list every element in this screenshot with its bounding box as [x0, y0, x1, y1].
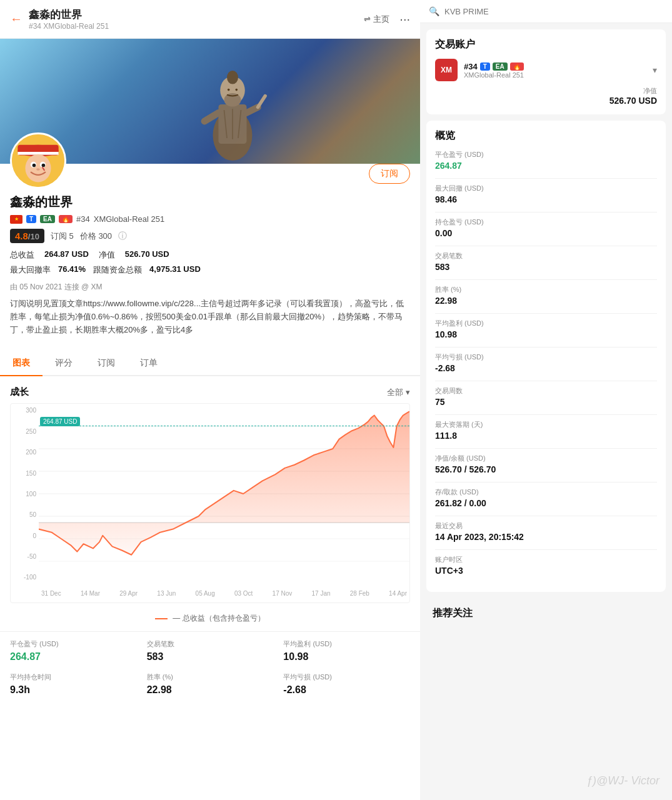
ov-last-trade-value: 14 Apr 2023, 20:15:42: [435, 532, 657, 542]
search-input[interactable]: [444, 7, 663, 16]
ov-last-trade: 最近交易 14 Apr 2023, 20:15:42: [435, 521, 657, 542]
overview-row-8: 交易周数 75: [435, 386, 657, 407]
ov-trade-count: 交易笔数 583: [435, 251, 657, 272]
chevron-down-icon: ▾: [406, 388, 410, 397]
profile-broker: XMGlobal-Real 251: [94, 214, 164, 224]
ov-avg-loss-label: 平均亏损 (USD): [435, 352, 657, 362]
price-label-value: 264.87 USD: [40, 417, 80, 426]
svg-point-4: [224, 93, 241, 107]
stat-closed-profit-value: 264.87: [10, 651, 137, 662]
x-label-29apr: 29 Apr: [119, 590, 138, 597]
ov-closed-profit-value: 264.87: [435, 161, 657, 171]
y-label-150: 150: [11, 470, 39, 477]
ov-closed-profit-label: 平仓盈亏 (USD): [435, 150, 657, 159]
account-name-row: #34 T EA 🔥: [464, 62, 646, 71]
net-value-value: 526.70 USD: [125, 249, 169, 261]
ov-trade-count-label: 交易笔数: [435, 251, 657, 261]
ov-max-drawdown-value: 98.46: [435, 194, 657, 204]
stat-avg-loss: 平均亏损 (USD) -2.68: [283, 672, 410, 696]
overview-row-10: 净值/余额 (USD) 526.70 / 526.70: [435, 454, 657, 474]
right-panel: 🔍 交易账户 XM #34 T EA 🔥 XMGlobal-Real 251 ▾…: [420, 0, 672, 800]
dashed-reference-line: [39, 426, 409, 426]
ov-trade-weeks: 交易周数 75: [435, 386, 657, 407]
ov-avg-profit-value: 10.98: [435, 329, 657, 339]
rating-box: 4.8/10: [10, 229, 44, 243]
ov-trade-weeks-label: 交易周数: [435, 386, 657, 396]
chart-svg-area: 264.87 USD: [39, 404, 409, 584]
overview-card: 概览 平仓盈亏 (USD) 264.87 最大回撤 (USD) 98.46 持仓…: [426, 121, 666, 592]
recommend-title: 推荐关注: [433, 607, 659, 620]
y-label-neg50: -50: [11, 553, 39, 560]
tab-subscribe[interactable]: 订阅: [85, 351, 128, 375]
svg-point-23: [36, 168, 40, 171]
overview-row-2: 最大回撤 (USD) 98.46: [435, 184, 657, 204]
subscribers-label: 订阅 5: [51, 231, 74, 242]
ov-win-rate-label: 胜率 (%): [435, 285, 657, 294]
ov-holding-profit: 持仓盈亏 (USD) 0.00: [435, 218, 657, 238]
stat-avg-loss-value: -2.68: [283, 684, 410, 696]
page-title: 鑫淼的世界: [29, 8, 364, 22]
profile-description: 订阅说明见置顶文章https://www.followme.vip/c/228.…: [10, 298, 410, 336]
stat-trade-count-value: 583: [147, 651, 274, 662]
ov-max-drawdown-days-value: 111.8: [435, 431, 657, 441]
stat-avg-hold-time-label: 平均持仓时间: [10, 672, 137, 682]
ov-avg-profit: 平均盈利 (USD) 10.98: [435, 319, 657, 339]
home-button[interactable]: ⇌ 主页: [364, 14, 389, 25]
price-info-icon[interactable]: ⓘ: [118, 231, 127, 242]
x-label-17nov: 17 Nov: [273, 590, 293, 597]
account-info: #34 T EA 🔥 XMGlobal-Real 251: [464, 62, 646, 79]
profile-rank: #34: [76, 214, 90, 224]
tab-rating[interactable]: 评分: [43, 351, 85, 375]
more-button[interactable]: ···: [399, 12, 410, 26]
overview-row-7: 平均亏损 (USD) -2.68: [435, 352, 657, 373]
chart-y-labels: 300 250 200 150 100 50 0 -50 -100: [11, 404, 39, 584]
x-label-17jan: 17 Jan: [312, 590, 331, 597]
tag-fire: 🔥: [59, 215, 73, 223]
y-label-250: 250: [11, 428, 39, 435]
ov-timezone-label: 账户时区: [435, 555, 657, 564]
overview-title: 概览: [435, 129, 657, 142]
svg-line-7: [258, 96, 266, 108]
tab-chart[interactable]: 图表: [0, 351, 43, 375]
back-button[interactable]: ←: [10, 12, 23, 26]
ov-net-balance: 净值/余额 (USD) 526.70 / 526.70: [435, 454, 657, 474]
x-label-31dec: 31 Dec: [41, 590, 61, 597]
overview-row-4: 交易笔数 583: [435, 251, 657, 272]
chart-container: 300 250 200 150 100 50 0 -50 -100 264.87…: [10, 403, 410, 603]
avatar-area: 订阅: [0, 132, 420, 189]
ov-holding-profit-value: 0.00: [435, 228, 657, 238]
bottom-stats: 平仓盈亏 (USD) 264.87 交易笔数 583 平均盈利 (USD) 10…: [0, 631, 420, 703]
max-drawdown-value: 76.41%: [58, 264, 86, 276]
flag-china: ★: [10, 215, 23, 224]
account-dropdown-button[interactable]: ▾: [653, 65, 657, 75]
total-profit-label: 总收益: [10, 249, 34, 261]
stat-closed-profit: 平仓盈亏 (USD) 264.87: [10, 639, 137, 662]
header-actions: ⇌ 主页 ···: [364, 12, 410, 26]
ov-last-trade-label: 最近交易: [435, 521, 657, 531]
growth-filter[interactable]: 全部 ▾: [387, 387, 410, 398]
ov-holding-profit-label: 持仓盈亏 (USD): [435, 218, 657, 227]
rating-total: /10: [28, 232, 39, 241]
account-broker-label: XMGlobal-Real 251: [464, 71, 646, 79]
ov-avg-profit-label: 平均盈利 (USD): [435, 319, 657, 328]
ov-net-balance-label: 净值/余额 (USD): [435, 454, 657, 463]
growth-title: 成长: [10, 386, 29, 398]
overview-row-13: 账户时区 UTC+3: [435, 555, 657, 576]
subscribe-button[interactable]: 订阅: [369, 164, 410, 184]
y-label-200: 200: [11, 449, 39, 456]
growth-chart-svg: [39, 404, 409, 584]
chart-area: 300 250 200 150 100 50 0 -50 -100 264.87…: [0, 403, 420, 603]
x-label-13jun: 13 Jun: [157, 590, 176, 597]
stat-closed-profit-label: 平仓盈亏 (USD): [10, 639, 137, 649]
follow-capital-label: 跟随资金总额: [93, 264, 142, 276]
overview-row-3: 持仓盈亏 (USD) 0.00: [435, 218, 657, 238]
net-value-label: 净值: [99, 249, 115, 261]
y-label-300: 300: [11, 407, 39, 414]
account-tag-ea: EA: [493, 62, 508, 71]
chart-x-labels: 31 Dec 14 Mar 29 Apr 13 Jun 05 Aug 03 Oc…: [39, 584, 409, 602]
chart-legend: — 总收益（包含持仓盈亏）: [0, 613, 420, 624]
tab-orders[interactable]: 订单: [128, 351, 170, 375]
stats-row-1: 总收益 264.87 USD 净值 526.70 USD: [10, 249, 410, 261]
stat-win-rate-label: 胜率 (%): [147, 672, 274, 682]
overview-row-1: 平仓盈亏 (USD) 264.87: [435, 150, 657, 171]
